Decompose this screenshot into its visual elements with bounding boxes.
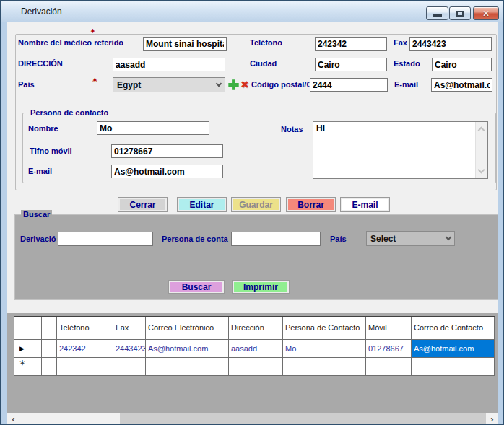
grid-header-5[interactable]: Dirección <box>229 317 283 340</box>
grid-header-0[interactable] <box>14 317 42 340</box>
codigo-postal-input[interactable] <box>310 78 388 92</box>
scroll-left-icon[interactable]: ‹ <box>7 413 19 424</box>
grid-cell[interactable] <box>113 358 146 376</box>
contact-nombre-input[interactable] <box>97 121 209 135</box>
horizontal-scrollbar[interactable]: ‹ › <box>7 413 498 424</box>
scrollbar-thumb[interactable] <box>120 413 486 424</box>
scroll-up-icon <box>478 127 485 134</box>
grid-header-1[interactable] <box>42 317 57 340</box>
search-persona-input[interactable] <box>231 232 321 246</box>
cerrar-button[interactable]: Cerrar <box>118 198 167 211</box>
grid-cell[interactable] <box>229 358 283 376</box>
movil-label: Tlfno móvil <box>30 146 72 155</box>
form-area: * Nombre del médico referido Teléfono Fa… <box>7 22 498 424</box>
email-label: E-mail <box>394 80 418 89</box>
grid-cell[interactable] <box>42 358 57 376</box>
guardar-button[interactable]: Guardar <box>232 198 280 211</box>
grid-cell[interactable]: Mo <box>283 340 366 358</box>
chevron-down-icon <box>446 235 451 240</box>
close-button[interactable]: ✕ <box>473 6 499 20</box>
editar-button[interactable]: Editar <box>178 198 226 211</box>
grid-header-2[interactable]: Teléfono <box>57 317 113 340</box>
pais-combobox[interactable]: Egypt <box>113 77 225 92</box>
title-bar[interactable]: Derivación ✕ <box>1 1 504 22</box>
search-derivacion-input[interactable] <box>58 232 153 246</box>
search-pais-value: Select <box>370 234 396 244</box>
grid-cell[interactable] <box>42 340 57 358</box>
scroll-right-icon[interactable]: › <box>486 413 498 424</box>
maximize-icon <box>456 11 464 17</box>
fax-input[interactable] <box>409 37 492 51</box>
close-icon: ✕ <box>482 9 490 19</box>
search-pais-label: País <box>330 235 347 243</box>
grid-cell[interactable]: 2443423 <box>113 340 146 358</box>
scroll-down-icon <box>478 167 485 174</box>
maximize-button[interactable] <box>449 6 471 20</box>
minimize-button[interactable] <box>426 6 448 20</box>
contact-nombre-label: Nombre <box>28 124 58 133</box>
chevron-down-icon <box>216 81 222 87</box>
search-derivacion-label: Derivació <box>20 235 56 243</box>
grid-header-3[interactable]: Fax <box>113 317 146 340</box>
referred-doctor-input[interactable] <box>143 37 227 51</box>
grid-panel: TeléfonoFaxCorreo ElectrónicoDirecciónPe… <box>7 313 498 424</box>
movil-input[interactable] <box>111 144 223 158</box>
grid-cell[interactable] <box>146 358 229 376</box>
contact-email-label: E-mail <box>28 167 52 175</box>
notas-label: Notas <box>281 125 303 133</box>
notas-value: Hi <box>316 123 325 133</box>
grid-cell[interactable]: aasadd <box>229 340 283 358</box>
contact-group-title: Persona de contacto <box>28 108 110 117</box>
search-persona-label: Persona de conta <box>162 235 228 243</box>
grid-cell[interactable] <box>57 358 113 376</box>
grid-cell[interactable]: As@hotmail.com <box>412 340 495 358</box>
grid-cell[interactable] <box>366 358 412 376</box>
notas-textarea[interactable]: Hi <box>313 121 488 179</box>
estado-label: Estado <box>394 59 420 68</box>
results-grid: TeléfonoFaxCorreo ElectrónicoDirecciónPe… <box>14 316 495 376</box>
codigo-postal-label: Código postal/C <box>251 80 310 89</box>
grid-new-row-selector[interactable]: * <box>14 358 42 376</box>
required-icon: * <box>92 76 97 87</box>
grid-cell[interactable] <box>412 358 495 376</box>
email-input[interactable] <box>431 78 492 92</box>
telefono-label: Teléfono <box>250 38 282 47</box>
grid-header-8[interactable]: Correo de Contacto <box>412 317 495 340</box>
grid-header-4[interactable]: Correo Electrónico <box>146 317 229 340</box>
grid-current-row-selector[interactable]: ▶ <box>14 340 42 358</box>
telefono-input[interactable] <box>315 37 387 51</box>
minimize-icon <box>433 14 442 17</box>
contact-email-input[interactable] <box>111 165 223 178</box>
grid-cell[interactable] <box>283 358 366 376</box>
search-panel: Buscar Derivació Persona de conta País S… <box>14 214 498 300</box>
ciudad-input[interactable] <box>315 58 387 71</box>
grid-cell[interactable]: As@hotmail.com <box>146 340 229 358</box>
notas-scrollbar[interactable] <box>475 122 487 178</box>
pais-value: Egypt <box>117 80 141 90</box>
referred-doctor-label: Nombre del médico referido <box>18 38 123 47</box>
window-title: Derivación <box>21 6 62 17</box>
search-title: Buscar <box>21 210 52 219</box>
direccion-label: DIRECCIÓN <box>18 59 63 68</box>
estado-input[interactable] <box>432 58 492 71</box>
imprimir-button[interactable]: Imprimir <box>233 281 289 293</box>
fax-label: Fax <box>394 38 407 47</box>
required-icon: * <box>90 27 95 38</box>
search-pais-combobox[interactable]: Select <box>366 231 455 246</box>
direccion-input[interactable] <box>113 58 225 71</box>
delete-country-icon[interactable]: ✖ <box>240 79 249 89</box>
email-button[interactable]: E-mail <box>341 198 389 211</box>
grid-header-7[interactable]: Móvil <box>366 317 412 340</box>
buscar-button[interactable]: Buscar <box>169 281 224 293</box>
grid-cell[interactable]: 01278667 <box>366 340 412 358</box>
ciudad-label: Ciudad <box>250 59 277 68</box>
grid-header-6[interactable]: Persona de Contacto <box>283 317 366 340</box>
window-derivacion: Derivación ✕ * Nombre del médico referid… <box>0 0 504 425</box>
pais-label: País <box>18 80 35 89</box>
grid-cell[interactable]: 242342 <box>57 340 113 358</box>
borrar-button[interactable]: Borrar <box>287 198 335 211</box>
